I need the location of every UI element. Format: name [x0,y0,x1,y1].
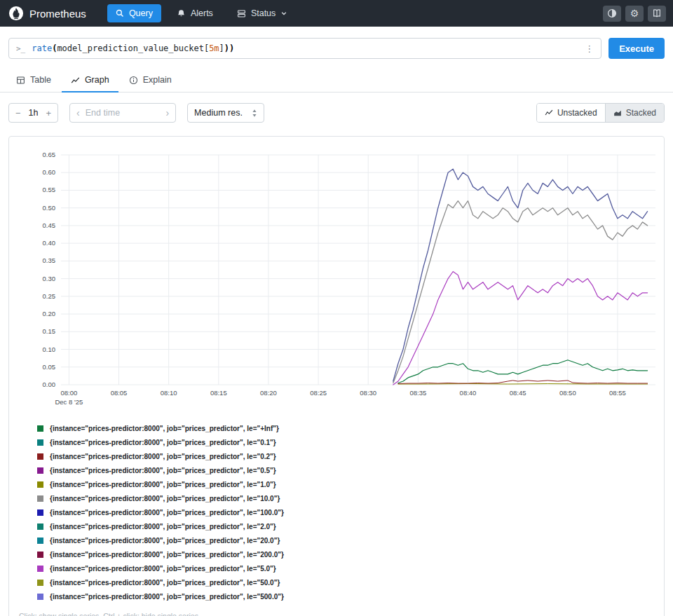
graph-icon [71,76,80,85]
legend-swatch [37,467,43,474]
series-gray-high [393,201,648,383]
svg-text:08:35: 08:35 [409,389,426,397]
legend-item[interactable]: {instance="prices-predictor:8000", job="… [37,491,657,505]
nav-alerts-label: Alerts [191,8,213,18]
nav-status[interactable]: Status [229,4,296,22]
svg-text:08:20: 08:20 [260,389,277,397]
expr-function: rate [32,43,52,53]
svg-text:0.20: 0.20 [43,310,56,317]
range-value[interactable]: 1h [27,108,40,118]
svg-text:08:05: 08:05 [111,389,128,397]
expr-close-paren: )) [224,43,234,53]
legend-label: {instance="prices-predictor:8000", job="… [50,467,276,474]
legend-label: {instance="prices-predictor:8000", job="… [50,495,280,502]
nav-alerts[interactable]: Alerts [168,4,222,22]
query-expression-input[interactable]: >_ rate(model_prediction_value_bucket[5m… [8,38,601,59]
unstacked-label: Unstacked [557,108,597,118]
legend-label: {instance="prices-predictor:8000", job="… [50,551,284,559]
legend-label: {instance="prices-predictor:8000", job="… [50,565,276,573]
gear-icon: ⚙ [630,8,639,18]
tab-graph[interactable]: Graph [62,69,118,93]
tab-graph-label: Graph [85,75,109,85]
legend-swatch [37,495,43,502]
legend-item[interactable]: {instance="prices-predictor:8000", job="… [37,505,657,519]
legend-item[interactable]: {instance="prices-predictor:8000", job="… [37,561,657,575]
legend-item[interactable]: {instance="prices-predictor:8000", job="… [37,519,657,533]
unstacked-button[interactable]: Unstacked [537,104,605,122]
svg-text:08:10: 08:10 [161,389,177,397]
docs-button[interactable] [648,6,666,22]
end-time-placeholder: End time [86,108,161,118]
info-icon [129,76,138,85]
svg-text:0.50: 0.50 [43,204,56,212]
legend-item[interactable]: {instance="prices-predictor:8000", job="… [37,477,657,491]
nav-query[interactable]: Query [107,4,161,22]
series-dark-red-low [398,381,648,384]
svg-text:0.45: 0.45 [43,221,56,229]
legend-item[interactable]: {instance="prices-predictor:8000", job="… [37,575,657,589]
chevron-down-icon [280,10,287,17]
legend-item[interactable]: {instance="prices-predictor:8000", job="… [37,589,657,603]
tab-explain[interactable]: Explain [120,69,181,93]
legend-item[interactable]: {instance="prices-predictor:8000", job="… [37,533,657,547]
range-increase-button[interactable]: + [40,108,58,118]
bell-icon [177,9,186,18]
legend-item[interactable]: {instance="prices-predictor:8000", job="… [37,435,657,449]
legend-item[interactable]: {instance="prices-predictor:8000", job="… [37,449,657,463]
stacked-label: Stacked [626,108,656,118]
legend-swatch [37,439,43,446]
legend-hint: Click: show single series, Ctrl + click:… [19,612,657,616]
end-time-next-icon[interactable]: › [165,107,169,118]
brand[interactable]: Prometheus [8,6,86,21]
graph-panel: 0.000.050.100.150.200.250.300.350.400.45… [8,136,665,616]
stacked-button[interactable]: Stacked [605,104,664,122]
legend-swatch [37,594,43,600]
navbar: Prometheus Query Alerts Status ⚙ [0,0,673,27]
resolution-value: Medium res. [194,108,243,118]
expr-metric: model_prediction_value_bucket [57,43,204,53]
end-time-prev-icon[interactable]: ‹ [76,107,80,118]
expr-range: 5m [209,43,219,53]
legend-item[interactable]: {instance="prices-predictor:8000", job="… [37,463,657,477]
svg-text:0.40: 0.40 [43,239,56,247]
legend-swatch [37,566,43,572]
legend-swatch [37,481,43,488]
legend-label: {instance="prices-predictor:8000", job="… [50,579,280,587]
promql-expression[interactable]: rate(model_prediction_value_bucket[5m])) [32,43,578,53]
legend: {instance="prices-predictor:8000", job="… [37,421,657,603]
svg-text:08:45: 08:45 [510,389,526,397]
legend-label: {instance="prices-predictor:8000", job="… [50,509,284,516]
svg-text:Dec 8 '25: Dec 8 '25 [55,398,83,406]
query-row: >_ rate(model_prediction_value_bucket[5m… [0,27,673,59]
graph-controls: − 1h + ‹ End time › Medium res. Unstacke… [0,93,673,133]
execute-button[interactable]: Execute [609,38,665,59]
end-time-input[interactable]: ‹ End time › [69,103,176,123]
resolution-select[interactable]: Medium res. [187,103,264,123]
nav-status-label: Status [251,8,276,18]
legend-item[interactable]: {instance="prices-predictor:8000", job="… [37,421,657,435]
svg-text:08:30: 08:30 [360,389,376,397]
range-decrease-button[interactable]: − [9,108,27,118]
settings-button[interactable]: ⚙ [625,6,644,22]
svg-text:08:50: 08:50 [559,389,576,397]
svg-text:08:15: 08:15 [210,389,227,397]
theme-toggle-button[interactable] [603,6,621,22]
stacking-toggle: Unstacked Stacked [536,103,665,123]
terminal-prompt-icon: >_ [16,44,25,53]
table-icon [16,76,25,85]
legend-item[interactable]: {instance="prices-predictor:8000", job="… [37,547,657,561]
prometheus-logo-icon [8,6,24,21]
line-chart-icon [545,109,553,117]
area-chart-icon [613,109,622,117]
expr-rbracket: ] [219,43,224,53]
svg-text:0.30: 0.30 [43,275,56,282]
legend-label: {instance="prices-predictor:8000", job="… [50,537,280,545]
tab-table[interactable]: Table [7,69,60,93]
svg-text:08:00: 08:00 [60,389,77,397]
svg-text:08:25: 08:25 [310,389,327,397]
svg-text:0.55: 0.55 [43,186,56,193]
legend-label: {instance="prices-predictor:8000", job="… [50,593,284,601]
legend-label: {instance="prices-predictor:8000", job="… [50,439,276,446]
query-menu-kebab-icon[interactable]: ⋮ [585,43,594,54]
graph-canvas[interactable]: 0.000.050.100.150.200.250.300.350.400.45… [16,144,662,414]
